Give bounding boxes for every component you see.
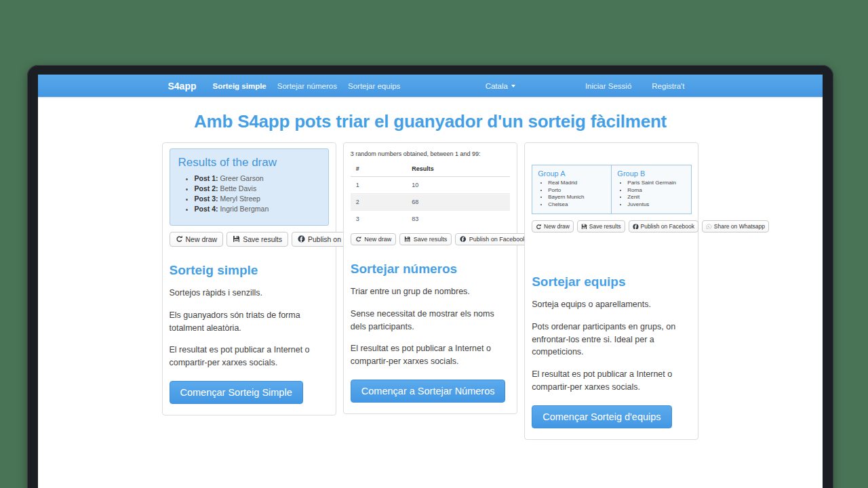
table-row: 3 83 xyxy=(351,211,510,228)
description-paragraph: Triar entre un grup de nombres. xyxy=(351,285,510,298)
refresh-icon xyxy=(355,236,361,242)
list-item: Roma xyxy=(627,187,685,193)
result-value: Ingrid Bergman xyxy=(220,205,269,213)
new-draw-button[interactable]: New draw xyxy=(351,233,396,245)
new-draw-button[interactable]: New draw xyxy=(532,220,574,232)
brand-logo[interactable]: S4app xyxy=(168,81,197,92)
start-numbers-draw-button[interactable]: Començar a Sortejar Números xyxy=(351,380,506,403)
monitor-frame: S4app Sorteig simple Sortejar números So… xyxy=(27,65,833,488)
main-content: Amb S4app pots triar el guanyador d'un s… xyxy=(162,111,699,440)
demo-simple: Results of the draw Post 1: Greer Garson… xyxy=(170,148,329,247)
list-item: Bayern Munich xyxy=(548,194,606,200)
description-paragraph: El resultat es pot publicar a Internet o… xyxy=(170,344,329,369)
list-item: Post 4: Ingrid Bergman xyxy=(195,205,320,213)
button-label: New draw xyxy=(364,236,391,243)
save-results-button[interactable]: Save results xyxy=(577,220,625,232)
demo-teams: Group A Real Madrid Porto Bayern Munich … xyxy=(532,165,691,258)
button-label: Publish on Facebook xyxy=(469,236,526,243)
list-item: Post 3: Meryl Streep xyxy=(195,195,320,203)
button-label: Save results xyxy=(243,235,282,243)
feature-cards-row: Results of the draw Post 1: Greer Garson… xyxy=(162,142,699,440)
result-value: Meryl Streep xyxy=(220,195,260,203)
group-title: Group A xyxy=(538,169,606,178)
button-label: Publish on Facebook xyxy=(641,223,694,230)
column-header: # xyxy=(351,161,406,177)
cell-result: 83 xyxy=(406,211,510,228)
demo-actions: New draw Save results Publish on Faceboo… xyxy=(170,232,329,247)
group-a-panel: Group A Real Madrid Porto Bayern Munich … xyxy=(532,165,612,214)
button-label: Save results xyxy=(589,223,621,230)
description-paragraph: Sortejos ràpids i senzills. xyxy=(170,287,329,300)
page-title: Amb S4app pots triar el guanyador d'un s… xyxy=(162,111,699,132)
list-item: Real Madrid xyxy=(548,180,606,186)
description-paragraph: El resultat es pot publicar a Internet o… xyxy=(351,342,510,368)
section-heading: Sortejar equips xyxy=(532,274,691,289)
navbar: S4app Sorteig simple Sortejar números So… xyxy=(38,75,823,97)
list-item: Juventus xyxy=(627,201,685,207)
save-icon xyxy=(233,235,240,243)
cell-result: 68 xyxy=(406,194,510,211)
nav-item-sortejar-numeros[interactable]: Sortejar números xyxy=(277,82,337,90)
result-label: Post 3: xyxy=(195,195,218,203)
numbers-table: # Results 1 10 2 xyxy=(351,161,510,227)
list-item: Post 1: Greer Garson xyxy=(195,174,320,182)
result-value: Bette Davis xyxy=(220,184,256,192)
button-label: New draw xyxy=(186,235,218,243)
chevron-down-icon xyxy=(511,85,515,87)
save-results-button[interactable]: Save results xyxy=(399,233,452,245)
start-teams-draw-button[interactable]: Començar Sorteig d'equips xyxy=(532,405,671,428)
demo-numbers: 3 random numbers obtained, between 1 and… xyxy=(351,150,510,245)
refresh-icon xyxy=(176,235,183,243)
description-paragraph: Pots ordenar participants en grups, on e… xyxy=(532,321,691,359)
table-caption: 3 random numbers obtained, between 1 and… xyxy=(351,150,510,157)
language-dropdown[interactable]: Catala xyxy=(486,82,515,90)
cell-result: 10 xyxy=(406,177,510,194)
results-panel-title: Results of the draw xyxy=(178,156,320,169)
result-label: Post 2: xyxy=(195,184,218,192)
button-label: New draw xyxy=(544,223,570,230)
result-label: Post 1: xyxy=(195,174,218,182)
start-simple-draw-button[interactable]: Començar Sorteig Simple xyxy=(170,381,303,404)
button-label: Share on Whatsapp xyxy=(714,223,765,230)
table-header-row: # Results xyxy=(351,161,510,177)
list-item: Zenit xyxy=(627,194,685,200)
description-paragraph: Sorteja equips o aparellaments. xyxy=(532,298,691,311)
register-link[interactable]: Registra't xyxy=(652,82,684,90)
results-panel: Results of the draw Post 1: Greer Garson… xyxy=(170,148,329,226)
auth-links: Iniciar Sessió Registra't xyxy=(580,82,690,90)
nav-item-sortejar-equips[interactable]: Sortejar equips xyxy=(348,82,400,90)
nav-item-sorteig-simple[interactable]: Sorteig simple xyxy=(213,82,267,90)
card-sorteig-simple: Results of the draw Post 1: Greer Garson… xyxy=(162,142,336,415)
demo-actions: New draw Save results Publish on Faceboo… xyxy=(351,233,510,245)
share-whatsapp-button[interactable]: Share on Whatsapp xyxy=(702,220,769,232)
section-heading: Sortejar números xyxy=(351,262,510,277)
cell-index: 3 xyxy=(351,211,406,228)
refresh-icon xyxy=(536,224,542,230)
description-paragraph: El resultat es pot publicar a Internet o… xyxy=(532,368,691,394)
new-draw-button[interactable]: New draw xyxy=(170,232,224,247)
list-item: Paris Saint Germain xyxy=(627,180,685,186)
list-item: Chelsea xyxy=(548,201,606,207)
group-team-list: Real Madrid Porto Bayern Munich Chelsea xyxy=(538,180,606,207)
whatsapp-icon xyxy=(706,224,712,230)
result-label: Post 4: xyxy=(195,205,218,213)
groups-panels: Group A Real Madrid Porto Bayern Munich … xyxy=(532,165,691,214)
table-row: 2 68 xyxy=(351,194,510,211)
publish-facebook-button[interactable]: Publish on Facebook xyxy=(455,233,531,245)
description-paragraph: Els guanyadors són triats de forma total… xyxy=(170,309,329,335)
description-paragraph: Sense necessitat de mostrar els noms del… xyxy=(351,308,510,333)
login-link[interactable]: Iniciar Sessió xyxy=(585,82,631,90)
navbar-container: S4app Sorteig simple Sortejar números So… xyxy=(162,75,699,97)
save-icon xyxy=(581,224,587,230)
demo-actions: New draw Save results Publish on Faceboo… xyxy=(532,220,691,232)
button-label: Save results xyxy=(414,236,448,243)
group-team-list: Paris Saint Germain Roma Zenit Juventus xyxy=(617,180,685,207)
save-results-button[interactable]: Save results xyxy=(226,232,288,247)
table-row: 1 10 xyxy=(351,177,510,194)
cell-index: 1 xyxy=(351,177,406,194)
results-list: Post 1: Greer Garson Post 2: Bette Davis… xyxy=(178,174,320,213)
cell-index: 2 xyxy=(351,194,406,211)
publish-facebook-button[interactable]: Publish on Facebook xyxy=(629,220,698,232)
browser-viewport: S4app Sorteig simple Sortejar números So… xyxy=(38,75,823,488)
group-b-panel: Group B Paris Saint Germain Roma Zenit J… xyxy=(612,165,691,214)
